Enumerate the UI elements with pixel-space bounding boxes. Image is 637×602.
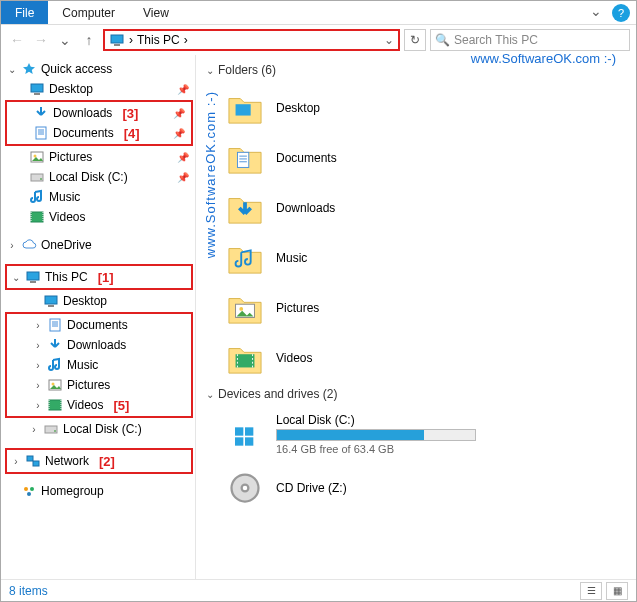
sidebar-pc-documents[interactable]: › Documents [7, 315, 191, 335]
sidebar-item-local-disk[interactable]: Local Disk (C:) 📌 [3, 167, 195, 187]
sidebar-item-pictures[interactable]: Pictures 📌 [3, 147, 195, 167]
sidebar-item-label: Documents [67, 318, 128, 332]
folders-head-label: Folders (6) [218, 63, 276, 77]
annotation-1: [1] [98, 270, 114, 285]
recent-dropdown[interactable]: ⌄ [55, 30, 75, 50]
search-input[interactable]: 🔍 Search This PC [430, 29, 630, 51]
chevron-right-icon[interactable]: › [11, 456, 21, 467]
ribbon: File Computer View ⌄ ? [1, 1, 636, 25]
sidebar-network[interactable]: › Network [2] [7, 451, 191, 471]
tab-computer[interactable]: Computer [48, 1, 129, 24]
search-icon: 🔍 [435, 33, 450, 47]
address-dropdown-icon[interactable]: ⌄ [384, 33, 394, 47]
drives-section-header[interactable]: ⌄ Devices and drives (2) [206, 387, 626, 401]
breadcrumb-location[interactable]: This PC [137, 33, 180, 47]
annotation-2: [2] [99, 454, 115, 469]
sidebar-this-pc[interactable]: ⌄ This PC [1] [7, 267, 191, 287]
breadcrumb-sep: › [129, 33, 133, 47]
annotation-4: [4] [124, 126, 140, 141]
sidebar-item-label: Downloads [67, 338, 126, 352]
status-item-count: 8 items [9, 584, 48, 598]
content-pane: ⌄ Folders (6) Desktop Documents Download… [196, 55, 636, 579]
this-pc-icon [109, 32, 125, 48]
tab-file[interactable]: File [1, 1, 48, 24]
sidebar-item-label: Desktop [49, 82, 93, 96]
address-bar[interactable]: › This PC › ⌄ [103, 29, 400, 51]
refresh-button[interactable]: ↻ [404, 29, 426, 51]
drive-icon [43, 421, 59, 437]
folder-downloads[interactable]: Downloads [224, 183, 626, 233]
sidebar-onedrive[interactable]: › OneDrive [3, 235, 195, 255]
downloads-icon [47, 337, 63, 353]
sidebar-pc-desktop[interactable]: › Desktop [3, 291, 195, 311]
drive-local-disk[interactable]: Local Disk (C:) 16.4 GB free of 63.4 GB [224, 407, 626, 461]
annotation-3: [3] [122, 106, 138, 121]
sidebar-item-documents[interactable]: Documents [4] 📌 [7, 123, 191, 143]
sidebar-pc-downloads[interactable]: › Downloads [7, 335, 191, 355]
chevron-down-icon: ⌄ [206, 389, 214, 400]
sidebar-item-label: Videos [49, 210, 85, 224]
desktop-icon [29, 81, 45, 97]
cd-drive-icon [224, 467, 266, 509]
pin-icon: 📌 [177, 172, 189, 183]
chevron-down-icon: ⌄ [206, 65, 214, 76]
pin-icon: 📌 [177, 84, 189, 95]
tab-view[interactable]: View [129, 1, 183, 24]
drive-icon [29, 169, 45, 185]
cloud-icon [21, 237, 37, 253]
details-view-button[interactable]: ☰ [580, 582, 602, 600]
chevron-right-icon[interactable]: › [29, 424, 39, 435]
chevron-down-icon[interactable]: ⌄ [7, 64, 17, 75]
folder-label: Desktop [276, 101, 320, 115]
sidebar-quick-access[interactable]: ⌄ Quick access [3, 59, 195, 79]
folder-icon [224, 87, 266, 129]
folder-music[interactable]: Music [224, 233, 626, 283]
sidebar-pc-local-disk[interactable]: › Local Disk (C:) [3, 419, 195, 439]
sidebar-item-label: Documents [53, 126, 114, 140]
chevron-down-icon[interactable]: ⌄ [11, 272, 21, 283]
this-pc-icon [25, 269, 41, 285]
up-button[interactable]: ↑ [79, 30, 99, 50]
folders-section-header[interactable]: ⌄ Folders (6) [206, 63, 626, 77]
sidebar-item-videos[interactable]: Videos [3, 207, 195, 227]
chevron-right-icon[interactable]: › [33, 360, 43, 371]
pin-icon: 📌 [173, 108, 185, 119]
folder-desktop[interactable]: Desktop [224, 83, 626, 133]
tiles-view-button[interactable]: ▦ [606, 582, 628, 600]
folder-documents[interactable]: Documents [224, 133, 626, 183]
chevron-right-icon[interactable]: › [33, 380, 43, 391]
sidebar-pc-pictures[interactable]: › Pictures [7, 375, 191, 395]
chevron-right-icon[interactable]: › [33, 320, 43, 331]
sidebar-item-music[interactable]: Music [3, 187, 195, 207]
videos-icon [29, 209, 45, 225]
sidebar-item-label: Videos [67, 398, 103, 412]
ribbon-expand-chevron[interactable]: ⌄ [586, 1, 606, 21]
annotation-5: [5] [113, 398, 129, 413]
svg-rect-21 [237, 152, 248, 167]
chevron-right-icon[interactable]: › [33, 400, 43, 411]
sidebar-item-downloads[interactable]: Downloads [3] 📌 [7, 103, 191, 123]
folder-label: Pictures [276, 301, 319, 315]
forward-button[interactable]: → [31, 30, 51, 50]
sidebar-homegroup[interactable]: › Homegroup [3, 481, 195, 501]
nav-sidebar: ⌄ Quick access Desktop 📌 Downloads [3] 📌… [1, 55, 196, 579]
sidebar-item-desktop[interactable]: Desktop 📌 [3, 79, 195, 99]
drive-free-text: 16.4 GB free of 63.4 GB [276, 443, 476, 455]
chevron-right-icon[interactable]: › [7, 240, 17, 251]
help-icon[interactable]: ? [612, 4, 630, 22]
folder-label: Documents [276, 151, 337, 165]
folder-pictures[interactable]: Pictures [224, 283, 626, 333]
folder-icon [224, 287, 266, 329]
sidebar-pc-music[interactable]: › Music [7, 355, 191, 375]
back-button[interactable]: ← [7, 30, 27, 50]
folder-videos[interactable]: Videos [224, 333, 626, 383]
onedrive-label: OneDrive [41, 238, 92, 252]
network-icon [25, 453, 41, 469]
quick-access-label: Quick access [41, 62, 112, 76]
homegroup-label: Homegroup [41, 484, 104, 498]
windows-drive-icon [224, 413, 266, 455]
drive-cd[interactable]: CD Drive (Z:) [224, 461, 626, 515]
sidebar-pc-videos[interactable]: › Videos [5] [7, 395, 191, 415]
sidebar-item-label: Pictures [67, 378, 110, 392]
chevron-right-icon[interactable]: › [33, 340, 43, 351]
